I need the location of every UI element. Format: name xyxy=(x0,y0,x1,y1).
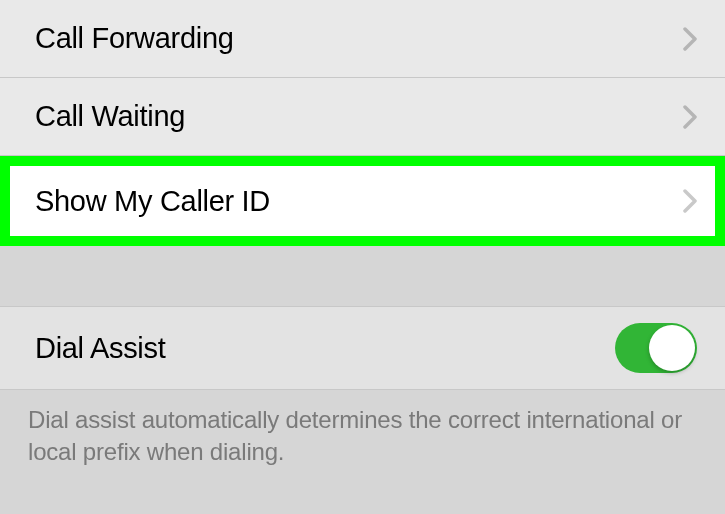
dial-assist-toggle[interactable] xyxy=(615,323,697,373)
toggle-knob xyxy=(649,325,695,371)
call-waiting-label: Call Waiting xyxy=(35,100,185,133)
dial-assist-section: Dial Assist xyxy=(0,306,725,390)
dial-assist-row: Dial Assist xyxy=(0,307,725,389)
call-forwarding-label: Call Forwarding xyxy=(35,22,234,55)
section-spacer xyxy=(0,246,725,306)
show-my-caller-id-row[interactable]: Show My Caller ID xyxy=(10,166,715,236)
highlight-box: Show My Caller ID xyxy=(0,156,725,246)
chevron-right-icon xyxy=(683,189,697,213)
dial-assist-label: Dial Assist xyxy=(35,332,165,365)
calls-settings-section: Call Forwarding Call Waiting Show My Cal… xyxy=(0,0,725,246)
call-forwarding-row[interactable]: Call Forwarding xyxy=(0,0,725,78)
call-waiting-row[interactable]: Call Waiting xyxy=(0,78,725,156)
chevron-right-icon xyxy=(683,27,697,51)
chevron-right-icon xyxy=(683,105,697,129)
show-my-caller-id-label: Show My Caller ID xyxy=(35,185,270,218)
dial-assist-description: Dial assist automatically determines the… xyxy=(0,390,725,489)
